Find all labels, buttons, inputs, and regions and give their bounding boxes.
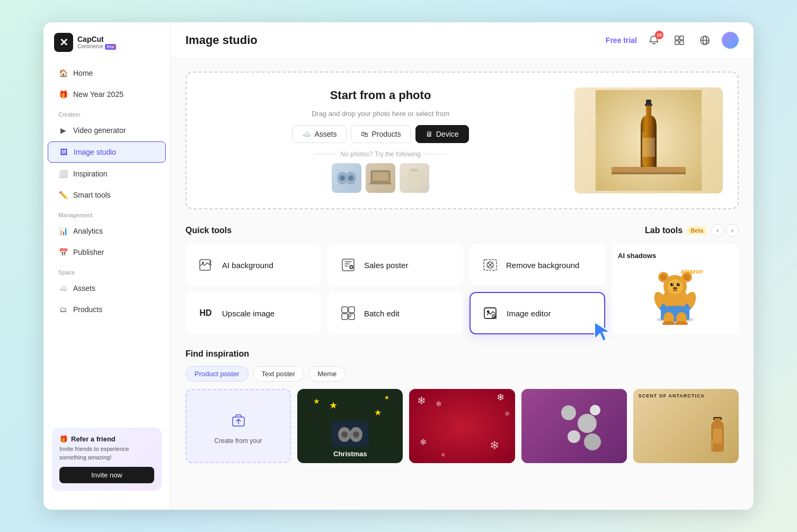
sidebar-item-products[interactable]: 🗂 Products xyxy=(48,299,166,320)
inspiration-section: Find inspiration Product poster Text pos… xyxy=(185,349,739,463)
tool-upscale-image[interactable]: HD Upscale image xyxy=(185,292,321,334)
header: Image studio Free trial 16 xyxy=(171,22,754,59)
sidebar-logo: ✕ CapCut Commerce Pro xyxy=(43,33,170,63)
svg-point-38 xyxy=(677,283,680,286)
assets-tab-label: Assets xyxy=(314,130,336,138)
logo-main-text: CapCut xyxy=(77,35,116,44)
logo-sub-text: Commerce Pro xyxy=(77,43,116,50)
refer-card: 🎁 Refer a friend Invite friends to exper… xyxy=(52,428,162,491)
teddy-amazon-display: amazon xyxy=(643,264,707,327)
svg-point-53 xyxy=(487,311,490,313)
quick-tools-title: Quick tools xyxy=(185,226,232,235)
new-year-icon: 🎁 xyxy=(58,90,68,99)
svg-point-61 xyxy=(561,405,576,420)
filter-product-poster[interactable]: Product poster xyxy=(185,366,249,382)
svg-point-66 xyxy=(590,405,600,415)
lab-tools-panel[interactable]: AI shadows amazon xyxy=(612,244,739,334)
sample-laptop[interactable] xyxy=(366,163,395,193)
image-editor-icon xyxy=(481,304,500,323)
sidebar-products-label: Products xyxy=(73,305,102,314)
assets-tab-icon: ☁️ xyxy=(302,130,311,138)
sample-images xyxy=(332,163,429,193)
filter-text-poster[interactable]: Text poster xyxy=(253,366,305,382)
management-section-label: Management xyxy=(43,206,170,220)
language-button[interactable]: EN xyxy=(696,32,713,49)
sidebar-item-video-generator[interactable]: ▶ Video generator xyxy=(48,120,166,140)
device-tab[interactable]: 🖥 Device xyxy=(415,125,469,143)
svg-point-59 xyxy=(341,431,348,438)
svg-rect-3 xyxy=(680,36,684,40)
upload-preview xyxy=(574,87,723,193)
svg-rect-22 xyxy=(642,138,655,157)
tool-remove-background[interactable]: Remove background xyxy=(470,244,605,286)
upscale-icon: HD xyxy=(197,304,216,323)
tool-sales-poster[interactable]: Sales poster xyxy=(327,244,463,286)
svg-rect-5 xyxy=(680,41,684,45)
free-trial-button[interactable]: Free trial xyxy=(606,36,637,45)
svg-marker-55 xyxy=(595,322,610,341)
sidebar-item-inspiration[interactable]: ⬜ Inspiration xyxy=(48,164,166,184)
avatar[interactable] xyxy=(722,32,739,49)
amazon-logo: amazon xyxy=(681,268,703,274)
notifications-button[interactable]: 16 xyxy=(645,32,662,49)
sidebar-item-smart-tools[interactable]: ✏️ Smart tools xyxy=(48,185,166,205)
analytics-icon: 📊 xyxy=(58,226,68,236)
inspo-snowflake-card[interactable]: ❄ ❄ ❄ ❄ ❄ ❄ ❄ xyxy=(409,389,515,463)
products-icon: 🗂 xyxy=(58,305,68,314)
inspo-christmas-card[interactable]: ★ ★ ★ ★ Christm xyxy=(297,389,403,463)
svg-text:EN: EN xyxy=(706,41,710,44)
lab-tools-header: Lab tools Beta ‹ › xyxy=(645,224,739,237)
inspiration-icon: ⬜ xyxy=(58,169,68,179)
lab-next-button[interactable]: › xyxy=(726,224,739,237)
sidebar-item-assets[interactable]: ☁️ Assets xyxy=(48,278,166,298)
inspo-ornament-card[interactable] xyxy=(521,389,627,463)
inspiration-grid: Create from your ★ ★ ★ ★ xyxy=(185,389,739,463)
refer-card-desc: Invite friends to experience something a… xyxy=(59,445,154,462)
lab-prev-button[interactable]: ‹ xyxy=(711,224,724,237)
upscale-label: Upscale image xyxy=(222,309,274,318)
batch-edit-label: Batch edit xyxy=(364,309,400,318)
beta-badge: Beta xyxy=(687,226,707,235)
upload-title: Start from a photo xyxy=(330,88,431,102)
svg-point-16 xyxy=(410,169,419,172)
layout-button[interactable] xyxy=(671,32,688,49)
inspiration-title: Find inspiration xyxy=(185,349,249,359)
svg-point-35 xyxy=(684,274,690,280)
tool-ai-background[interactable]: AI background xyxy=(185,244,321,286)
video-generator-icon: ▶ xyxy=(58,126,68,135)
notification-badge: 16 xyxy=(655,31,663,39)
sidebar-assets-label: Assets xyxy=(73,284,95,292)
lab-panel-title: AI shadows xyxy=(618,252,656,260)
main-content: Image studio Free trial 16 xyxy=(171,22,754,510)
svg-point-12 xyxy=(348,175,353,181)
products-tab[interactable]: 🛍 Products xyxy=(351,125,411,143)
invite-button[interactable]: Invite now xyxy=(59,467,154,483)
tool-image-editor[interactable]: Image editor xyxy=(470,292,605,334)
sidebar-video-label: Video generator xyxy=(73,126,126,135)
sidebar-item-image-studio[interactable]: 🖼 Image studio xyxy=(48,141,166,163)
page-body: Start from a photo Drag and drop your ph… xyxy=(171,59,754,510)
smart-tools-icon: ✏️ xyxy=(58,190,68,200)
tool-batch-edit[interactable]: Batch edit xyxy=(327,292,463,334)
svg-rect-2 xyxy=(675,36,679,40)
no-photos-section: No photos? Try the following xyxy=(315,150,446,193)
sidebar-analytics-label: Analytics xyxy=(73,227,103,235)
sidebar-item-home[interactable]: 🏠 Home xyxy=(48,63,166,83)
filter-meme[interactable]: Meme xyxy=(308,366,346,382)
products-tab-icon: 🛍 xyxy=(361,130,368,138)
svg-point-65 xyxy=(584,433,601,450)
sidebar-image-studio-label: Image studio xyxy=(74,148,116,156)
sidebar-item-publisher[interactable]: 📅 Publisher xyxy=(48,242,166,262)
sidebar-item-analytics[interactable]: 📊 Analytics xyxy=(48,221,166,241)
device-tab-icon: 🖥 xyxy=(426,130,433,138)
assets-tab[interactable]: ☁️ Assets xyxy=(292,125,347,143)
creation-section-label: Creation xyxy=(43,105,170,120)
sample-pitcher[interactable] xyxy=(400,163,429,193)
sidebar-item-new-year[interactable]: 🎁 New Year 2025 xyxy=(48,84,166,104)
sidebar-inspiration-label: Inspiration xyxy=(73,170,108,178)
sample-earbuds[interactable] xyxy=(332,163,361,193)
sidebar-bottom: 🎁 Refer a friend Invite friends to exper… xyxy=(43,419,170,499)
svg-rect-48 xyxy=(342,307,348,313)
inspo-perfume-card[interactable]: SCENT OF ANTARCTICA xyxy=(633,389,739,463)
inspo-create-card[interactable]: Create from your xyxy=(185,389,291,463)
